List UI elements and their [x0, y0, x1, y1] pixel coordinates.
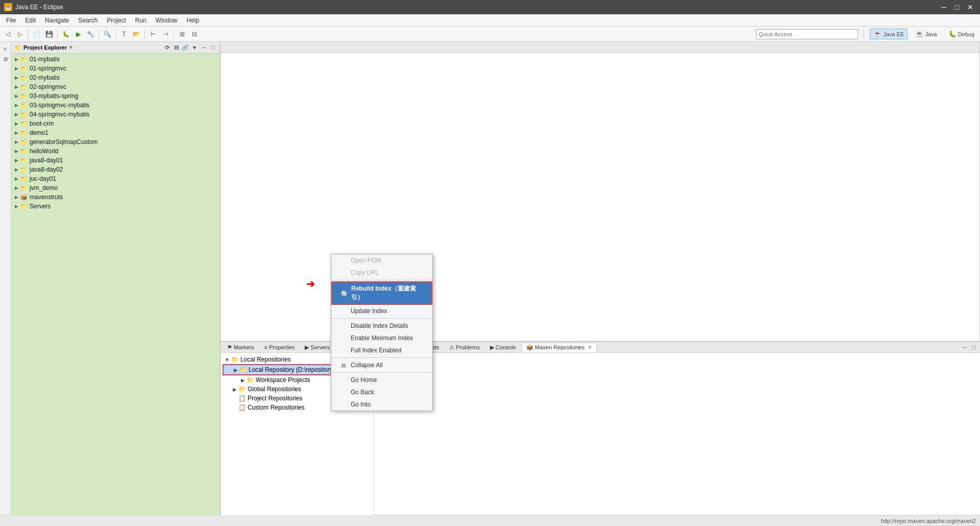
ext-tools-button[interactable]: 🔧	[85, 29, 96, 40]
project-explorer: 📁 Project Explorer ✕ ⟳ ⊟ 🔗 ▾ ─ □ ▶ 📁 01-…	[11, 42, 220, 515]
bottom-maximize-icon[interactable]: □	[970, 343, 978, 351]
tree-item-demo1[interactable]: ▶ 📁 demo1	[11, 128, 220, 137]
perspective-java-label: Java	[925, 31, 937, 37]
tab-markers-label: Markers	[234, 344, 254, 350]
menu-run[interactable]: Run	[131, 16, 151, 25]
minimize-panel-icon[interactable]: ─	[200, 43, 208, 52]
console-icon: ▶	[490, 344, 494, 351]
sync-icon[interactable]: ⟳	[163, 43, 171, 52]
ctx-enable-min-index[interactable]: Enable Minimum Index	[331, 332, 432, 344]
perspective-java[interactable]: ☕ Java	[912, 29, 940, 39]
rebuild-index-icon: 🔄	[340, 289, 348, 297]
quick-access-input[interactable]	[756, 29, 858, 39]
ctx-disable-index[interactable]: Disable Index Details	[331, 320, 432, 332]
ctx-rebuild-index[interactable]: 🔄 Rebuild Index（重建索引）	[331, 281, 432, 305]
tab-console[interactable]: ▶ Console	[485, 343, 521, 352]
tab-maven-repos[interactable]: 📦 Maven Repositories ✕	[522, 343, 597, 352]
window-title: Java EE - Eclipse	[15, 4, 63, 11]
open-type-button[interactable]: T	[118, 29, 130, 40]
link-icon[interactable]: 🔗	[181, 43, 189, 52]
menu-help[interactable]: Help	[183, 16, 204, 25]
maven-custom-repos-label: Custom Repositories	[248, 404, 304, 411]
menu-search[interactable]: Search	[74, 16, 102, 25]
close-button[interactable]: ✕	[965, 2, 976, 13]
tree-label: Servers	[30, 203, 51, 210]
tree-item-juc-day01[interactable]: ▶ 📁 juc-day01	[11, 174, 220, 183]
save-button[interactable]: 💾	[43, 29, 55, 40]
menu-edit[interactable]: Edit	[21, 16, 40, 25]
forward-button[interactable]: ▷	[14, 29, 26, 40]
run-button[interactable]: ▶	[72, 29, 84, 40]
prev-edit-button[interactable]: ⊢	[148, 29, 159, 40]
ctx-full-index[interactable]: Full Index Enabled	[331, 344, 432, 356]
tab-problems[interactable]: ⚠ Problems	[445, 343, 484, 352]
tree-item-03-springmvc-mybatis[interactable]: ▶ 📁 03-springmvc-mybatis	[11, 101, 220, 110]
back-button[interactable]: ◁	[2, 29, 13, 40]
tree-item-mavenstruts[interactable]: ▶ 📦 mavenstruts	[11, 193, 220, 202]
perspective-debug[interactable]: 🐛 Debug	[945, 29, 978, 39]
perspective-java-ee[interactable]: ☕ Java EE	[870, 29, 908, 39]
tree-label: java8-day01	[30, 157, 63, 164]
project-explorer-close-icon: ✕	[69, 45, 73, 50]
tab-console-label: Console	[496, 344, 516, 350]
tree-item-01-mybatis[interactable]: ▶ 📁 01-mybatis	[11, 55, 220, 64]
next-edit-button[interactable]: ⊣	[160, 29, 171, 40]
tree-label: juc-day01	[30, 175, 56, 182]
ctx-go-back-label: Go Back	[351, 389, 374, 396]
ctx-go-back[interactable]: Go Back	[331, 386, 432, 398]
menu-project[interactable]: Project	[103, 16, 130, 25]
tree-item-02-springmvc[interactable]: ▶ 📁 02-springmvc	[11, 82, 220, 91]
open-pom-icon	[339, 256, 348, 265]
update-index-icon	[339, 307, 348, 315]
minimize-button[interactable]: ─	[938, 2, 949, 13]
sidebar-icon-1[interactable]: ≡	[1, 44, 10, 53]
debug-button[interactable]: 🐛	[60, 29, 71, 40]
tree-label: 01-mybatis	[30, 56, 60, 63]
maven-project-repos-label: Project Repositories	[248, 395, 302, 402]
tree-item-java8-day02[interactable]: ▶ 📁 java8-day02	[11, 165, 220, 174]
ctx-sep1	[331, 280, 432, 280]
ctx-update-index[interactable]: Update Index	[331, 305, 432, 317]
sidebar-icon-2[interactable]: ⊞	[1, 54, 10, 63]
tab-servers[interactable]: ▶ Servers	[300, 343, 334, 352]
bottom-minimize-icon[interactable]: ─	[961, 343, 969, 351]
ctx-collapse-all[interactable]: ⊟ Collapse All	[331, 359, 432, 371]
maximize-button[interactable]: □	[951, 2, 963, 13]
ctx-full-index-label: Full Index Enabled	[351, 347, 401, 354]
open-resource-button[interactable]: 📂	[131, 29, 142, 40]
maximize-panel-icon[interactable]: □	[209, 43, 217, 52]
menu-navigate[interactable]: Navigate	[41, 16, 73, 25]
toolbar: ◁ ▷ 📄 💾 🐛 ▶ 🔧 🔍 T 📂 ⊢ ⊣ ⊞ ⊟ ☕ Java EE ☕ …	[0, 27, 980, 42]
ctx-go-into[interactable]: Go Into	[331, 398, 432, 411]
tree-item-servers[interactable]: ▶ 📁 Servers	[11, 202, 220, 211]
tree-item-generator[interactable]: ▶ 📁 generatorSqlmapCustom	[11, 137, 220, 147]
search-button[interactable]: 🔍	[102, 29, 113, 40]
tree-item-java8-day01[interactable]: ▶ 📁 java8-day01	[11, 156, 220, 165]
left-sidebar: ≡ ⊞	[0, 42, 11, 515]
maven-local-repo-label: Local Repository (D:\repository)	[249, 366, 335, 373]
view-menu-icon[interactable]: ▾	[190, 43, 199, 52]
maven-repos-close[interactable]: ✕	[588, 345, 592, 350]
menu-window[interactable]: Window	[152, 16, 182, 25]
expand-button[interactable]: ⊞	[177, 29, 188, 40]
tree-item-jvm-demo[interactable]: ▶ 📁 jvm_demo	[11, 183, 220, 193]
tree-item-helloWorld[interactable]: ▶ 📁 helloWorld	[11, 147, 220, 156]
ctx-go-home[interactable]: Go Home	[331, 374, 432, 386]
tree-item-boot-crm[interactable]: ▶ 📁 boot-crm	[11, 119, 220, 128]
tab-properties[interactable]: ≡ Properties	[260, 343, 300, 351]
tab-problems-label: Problems	[456, 344, 479, 350]
tree-label: 01-springmvc	[30, 65, 66, 72]
tab-markers[interactable]: ⚑ Markers	[223, 343, 259, 352]
ctx-open-pom-label: Open POM	[351, 257, 381, 264]
menu-file[interactable]: File	[2, 16, 20, 25]
tree-label: generatorSqlmapCustom	[30, 138, 97, 146]
collapse-button[interactable]: ⊟	[189, 29, 200, 40]
tree-item-02-mybatis[interactable]: ▶ 📁 02-mybatis	[11, 73, 220, 82]
problems-icon: ⚠	[449, 344, 454, 351]
ctx-go-home-label: Go Home	[351, 376, 377, 384]
tree-item-01-springmvc[interactable]: ▶ 📁 01-springmvc	[11, 64, 220, 73]
new-button[interactable]: 📄	[31, 29, 42, 40]
tree-item-04-springmvc-mybatis[interactable]: ▶ 📁 04-springmvc-mybatis	[11, 110, 220, 119]
tree-item-03-mybatis-spring[interactable]: ▶ 📁 03-mybatis-spring	[11, 91, 220, 101]
collapse-all-icon[interactable]: ⊟	[172, 43, 180, 52]
